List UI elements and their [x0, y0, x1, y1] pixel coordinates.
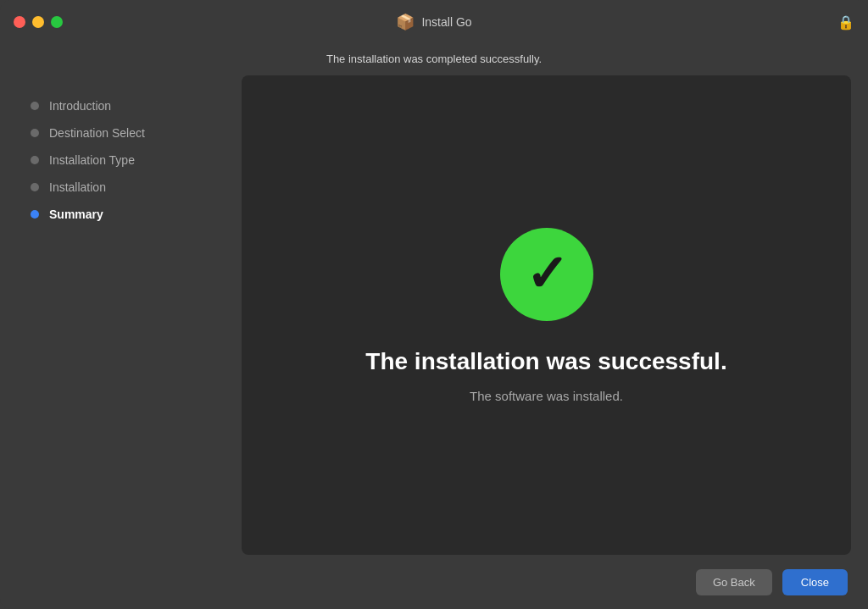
sidebar-dot-introduction: [31, 102, 39, 110]
sidebar-item-destination-select[interactable]: Destination Select: [25, 119, 233, 147]
sidebar-item-summary[interactable]: Summary: [25, 201, 233, 228]
success-title: The installation was successful.: [365, 348, 726, 375]
sidebar-label-introduction: Introduction: [49, 99, 111, 113]
content-panel: ✓ The installation was successful. The s…: [242, 75, 851, 555]
sidebar-item-installation[interactable]: Installation: [25, 174, 233, 201]
close-window-button[interactable]: [14, 16, 25, 28]
checkmark-icon: ✓: [526, 249, 568, 300]
app-icon: 📦: [396, 13, 415, 31]
sidebar-label-summary: Summary: [49, 208, 103, 221]
app-title-label: Install Go: [421, 15, 471, 29]
lock-icon: 🔒: [837, 14, 854, 30]
titlebar: 📦 Install Go 🔒: [0, 0, 868, 44]
sidebar-item-installation-type[interactable]: Installation Type: [25, 147, 233, 174]
go-back-button[interactable]: Go Back: [696, 569, 772, 595]
sidebar-label-installation-type: Installation Type: [49, 153, 135, 167]
sidebar-dot-installation: [31, 183, 39, 191]
window-title: 📦 Install Go: [396, 13, 471, 31]
window-controls: [14, 16, 63, 28]
subtitle-bar: The installation was completed successfu…: [0, 44, 868, 75]
maximize-window-button[interactable]: [51, 16, 63, 28]
subtitle-text: The installation was completed successfu…: [326, 53, 542, 65]
minimize-window-button[interactable]: [32, 16, 44, 28]
success-subtitle: The software was installed.: [470, 389, 623, 403]
sidebar-label-destination-select: Destination Select: [49, 126, 145, 140]
close-button[interactable]: Close: [782, 569, 848, 595]
bottom-bar: Go Back Close: [0, 555, 868, 609]
sidebar-dot-summary: [31, 210, 39, 219]
sidebar-label-installation: Installation: [49, 180, 106, 194]
sidebar-item-introduction[interactable]: Introduction: [25, 92, 233, 119]
sidebar: Introduction Destination Select Installa…: [17, 75, 242, 555]
success-icon-circle: ✓: [500, 228, 593, 321]
sidebar-dot-installation-type: [31, 156, 39, 164]
sidebar-dot-destination-select: [31, 129, 39, 137]
main-content: Introduction Destination Select Installa…: [0, 75, 868, 555]
